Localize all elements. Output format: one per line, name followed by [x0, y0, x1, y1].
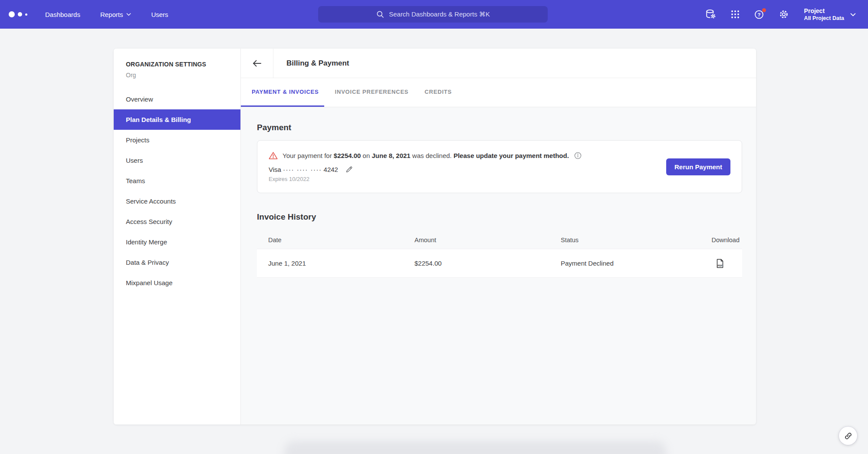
card-expiry: Expires 10/2022 [269, 176, 582, 182]
column-header-amount: Amount [414, 237, 561, 243]
rerun-payment-button[interactable]: Rerun Payment [666, 158, 730, 175]
sidebar-item-label: Plan Details & Billing [126, 116, 191, 123]
nav-item-label: Users [151, 11, 168, 18]
share-link-button[interactable] [839, 427, 857, 445]
card-on-file: Visa ···· ···· ···· 4242 [269, 165, 582, 174]
nav-item-label: Reports [100, 11, 123, 18]
alert-text: Your payment for $2254.00 on June 8, 202… [283, 152, 569, 159]
search-icon [376, 10, 385, 19]
pdf-file-icon: PDF [716, 259, 724, 268]
warning-triangle-icon [269, 151, 278, 160]
sidebar-item-label: Users [126, 157, 143, 164]
sidebar-item-users[interactable]: Users [114, 150, 240, 171]
sidebar-title: ORGANIZATION SETTINGS [114, 61, 240, 68]
billing-tabs: PAYMENT & INVOICES INVOICE PREFERENCES C… [241, 78, 756, 107]
help-button[interactable]: ? [754, 9, 765, 20]
tab-label: INVOICE PREFERENCES [335, 89, 409, 95]
settings-panel: ORGANIZATION SETTINGS Org Overview Plan … [114, 49, 756, 424]
invoice-table-header: Date Amount Status Download [257, 231, 742, 249]
billing-content: Payment Your payment for $2254.00 on J [241, 107, 756, 424]
sidebar-item-overview[interactable]: Overview [114, 89, 240, 109]
alert-action-text: Please update your payment method. [454, 152, 569, 159]
card-brand: Visa [269, 166, 281, 173]
alert-text-mid: on [361, 152, 372, 159]
sidebar-org-name: Org [114, 72, 240, 79]
navbar-right-actions: ? Project All Project Data [705, 0, 856, 29]
grid-dots-icon [730, 9, 740, 20]
search-input[interactable]: Search Dashboards & Reports ⌘K [318, 6, 548, 23]
mixpanel-logo-icon[interactable] [9, 11, 35, 17]
invoice-history-heading: Invoice History [257, 212, 742, 222]
sidebar-items: Overview Plan Details & Billing Projects… [114, 89, 240, 293]
page-header: Billing & Payment [241, 49, 756, 78]
settings-button[interactable] [778, 9, 789, 20]
sidebar-item-identity-merge[interactable]: Identity Merge [114, 232, 240, 252]
tab-label: CREDITS [424, 89, 452, 95]
project-switcher[interactable]: Project All Project Data [804, 7, 856, 22]
nav-item-label: Dashboards [45, 11, 80, 18]
card-number-text: Visa ···· ···· ···· 4242 [269, 166, 338, 173]
column-header-date: Date [257, 237, 414, 243]
arrow-left-icon [252, 59, 262, 67]
alert-text-prefix: Your payment for [283, 152, 334, 159]
data-management-button[interactable] [705, 9, 717, 20]
invoice-table: Date Amount Status Download June 1, 2021… [257, 231, 742, 278]
bottom-panel-shadow [284, 441, 666, 454]
sidebar-item-label: Data & Privacy [126, 259, 169, 266]
invoice-status: Payment Declined [561, 260, 690, 267]
back-button[interactable] [241, 49, 273, 78]
chevron-down-icon [850, 13, 856, 16]
sidebar-item-plan-details-billing[interactable]: Plan Details & Billing [114, 109, 240, 130]
apps-grid-button[interactable] [730, 9, 741, 20]
invoice-amount: $2254.00 [414, 260, 561, 267]
nav-item-dashboards[interactable]: Dashboards [45, 11, 80, 18]
sidebar-item-data-privacy[interactable]: Data & Privacy [114, 252, 240, 273]
sidebar-item-label: Teams [126, 177, 145, 184]
nav-item-users[interactable]: Users [151, 11, 168, 18]
info-circle-icon[interactable] [574, 151, 582, 160]
org-settings-sidebar: ORGANIZATION SETTINGS Org Overview Plan … [114, 49, 241, 424]
sidebar-item-mixpanel-usage[interactable]: Mixpanel Usage [114, 273, 240, 293]
sidebar-item-teams[interactable]: Teams [114, 171, 240, 191]
payment-declined-alert: Your payment for $2254.00 on June 8, 202… [269, 151, 582, 160]
tab-invoice-preferences[interactable]: INVOICE PREFERENCES [330, 78, 414, 107]
payment-card-details: Your payment for $2254.00 on June 8, 202… [269, 151, 582, 182]
invoice-history-section: Invoice History Date Amount Status Downl… [257, 212, 742, 278]
alert-text-suffix: was declined. [411, 152, 454, 159]
tab-payment-invoices[interactable]: PAYMENT & INVOICES [241, 78, 324, 107]
sidebar-item-label: Mixpanel Usage [126, 279, 173, 286]
sidebar-item-service-accounts[interactable]: Service Accounts [114, 191, 240, 211]
sidebar-item-projects[interactable]: Projects [114, 130, 240, 150]
page-title: Billing & Payment [286, 59, 349, 68]
sidebar-item-access-security[interactable]: Access Security [114, 211, 240, 232]
chain-link-icon [844, 432, 852, 440]
sidebar-item-label: Service Accounts [126, 197, 176, 205]
column-header-status: Status [561, 237, 690, 243]
invoice-date: June 1, 2021 [257, 260, 414, 267]
invoice-table-row: June 1, 2021 $2254.00 Payment Declined P… [257, 249, 742, 278]
gear-icon [778, 9, 789, 20]
sidebar-item-label: Projects [126, 136, 149, 144]
card-last4: 4242 [324, 166, 338, 173]
download-pdf-button[interactable]: PDF [716, 259, 724, 268]
project-value: All Project Data [804, 15, 844, 22]
project-label: Project [804, 7, 844, 15]
billing-main: Billing & Payment PAYMENT & INVOICES INV… [241, 49, 756, 424]
tab-credits[interactable]: CREDITS [419, 78, 457, 107]
edit-card-button[interactable] [345, 165, 353, 174]
database-gear-icon [705, 9, 717, 20]
pencil-icon [345, 165, 353, 174]
svg-text:PDF: PDF [717, 264, 723, 266]
card-mask: ···· ···· ···· [283, 166, 322, 173]
alert-amount: $2254.00 [334, 152, 361, 159]
payment-section-heading: Payment [257, 123, 742, 132]
notification-badge [762, 8, 766, 12]
column-header-download: Download [690, 237, 742, 243]
alert-date: June 8, 2021 [372, 152, 410, 159]
search-placeholder: Search Dashboards & Reports ⌘K [389, 10, 490, 18]
sidebar-item-label: Access Security [126, 218, 172, 225]
nav-item-reports[interactable]: Reports [100, 11, 132, 18]
chevron-down-icon [126, 13, 131, 16]
payment-card: Your payment for $2254.00 on June 8, 202… [257, 140, 742, 193]
svg-text:?: ? [758, 12, 761, 17]
